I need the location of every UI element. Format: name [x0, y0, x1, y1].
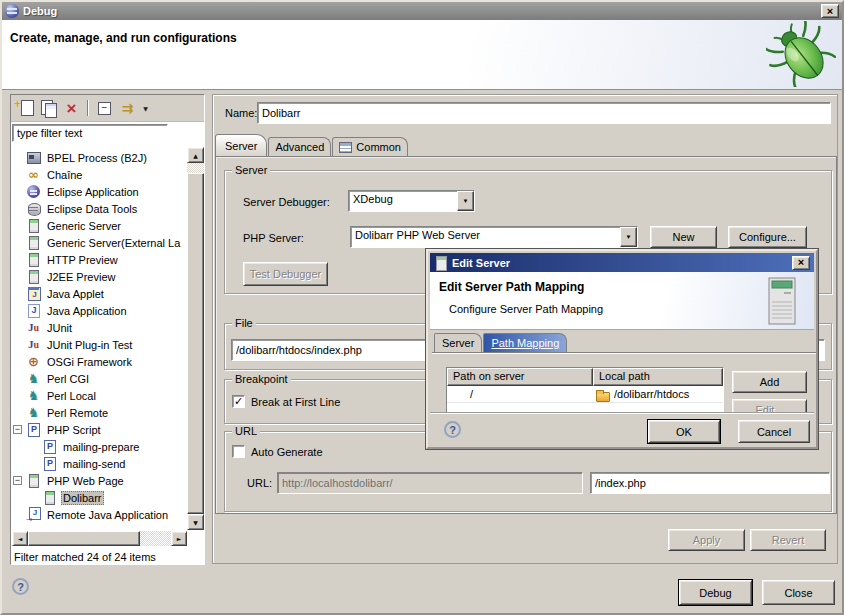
dialog-titlebar: Edit Server ×: [430, 253, 814, 272]
ok-button[interactable]: OK: [648, 420, 720, 443]
tree-expander-icon[interactable]: −: [13, 425, 22, 434]
tree-item-label: Eclipse Data Tools: [45, 203, 139, 215]
mapping-row[interactable]: //dolibarr/htdocs: [447, 386, 723, 403]
tree-item-eclipse-application[interactable]: Eclipse Application: [12, 183, 187, 200]
tree-item-php-web-page[interactable]: −PHP Web Page: [12, 472, 187, 489]
eclipse-application-icon: [26, 184, 41, 199]
tree-horizontal-scrollbar[interactable]: ◄ ►: [12, 531, 187, 546]
java-application-icon: [26, 303, 41, 318]
column-header-local-path[interactable]: Local path: [593, 368, 723, 386]
tree-item-eclipse-data-tools[interactable]: Eclipse Data Tools: [12, 200, 187, 217]
table-icon: [339, 142, 352, 153]
server-debugger-select[interactable]: XDebug ▼: [348, 190, 475, 212]
apply-button[interactable]: Apply: [668, 529, 745, 551]
tree-item-perl-remote[interactable]: Perl Remote: [12, 404, 187, 421]
local-path-text: /dolibarr/htdocs: [614, 388, 689, 400]
tree-item-j2ee-preview[interactable]: J2EE Preview: [12, 268, 187, 285]
php-server-label: PHP Server:: [243, 232, 304, 244]
tree-item-label: Generic Server(External La: [45, 237, 182, 249]
vertical-scroll-thumb[interactable]: [187, 173, 204, 514]
table-body: //dolibarr/htdocs: [447, 386, 723, 403]
tree-item-php-script[interactable]: −PHP Script: [12, 421, 187, 438]
tab-label: Server: [225, 140, 257, 152]
debug-button[interactable]: Debug: [679, 580, 752, 605]
php-server-select[interactable]: Dolibarr PHP Web Server ▼: [350, 226, 638, 248]
tab-label: Advanced: [275, 141, 324, 153]
config-tabs: ServerAdvancedCommon: [215, 134, 409, 156]
tree-item-generic-server[interactable]: Generic Server: [12, 217, 187, 234]
database-icon: [26, 201, 41, 216]
window-close-button[interactable]: ×: [821, 4, 839, 18]
url-path-input[interactable]: [590, 472, 830, 494]
new-config-icon[interactable]: [14, 98, 37, 118]
tree-item-osgi-framework[interactable]: OSGi Framework: [12, 353, 187, 370]
dropdown-arrow-icon[interactable]: [139, 98, 152, 118]
server-debugger-label: Server Debugger:: [243, 196, 330, 208]
scroll-down-button[interactable]: ▼: [187, 514, 204, 530]
collapse-all-icon[interactable]: [93, 98, 116, 118]
filter-input[interactable]: [12, 124, 168, 142]
tree-item-junit-plug-in-test[interactable]: JUnit Plug-in Test: [12, 336, 187, 353]
osgi-icon: [26, 354, 41, 369]
tree-item-mailing-send[interactable]: mailing-send: [12, 455, 187, 472]
edit-server-dialog: Edit Server × Edit Server Path Mapping C…: [426, 249, 818, 449]
tree-item-perl-local[interactable]: Perl Local: [12, 387, 187, 404]
edit-mapping-button[interactable]: Edit...: [732, 399, 807, 412]
test-debugger-button[interactable]: Test Debugger: [243, 262, 328, 286]
file-group-label: File: [232, 317, 256, 329]
column-header-path-on-server[interactable]: Path on server: [447, 368, 593, 386]
tree-item-cha-ne[interactable]: Chaîne: [12, 166, 187, 183]
tree-item-remote-java-application[interactable]: Remote Java Application: [12, 506, 187, 523]
horizontal-scroll-thumb[interactable]: [28, 531, 140, 546]
tab-server[interactable]: Server: [434, 333, 482, 352]
scroll-left-button[interactable]: ◄: [12, 531, 28, 546]
php-icon: [26, 422, 41, 437]
tab-server[interactable]: Server: [215, 134, 267, 156]
tree-item-junit[interactable]: JUnit: [12, 319, 187, 336]
tree-item-label: OSGi Framework: [45, 356, 134, 368]
junit-icon: [26, 320, 41, 335]
tree-item-label: PHP Script: [45, 424, 103, 436]
url-label: URL:: [247, 477, 272, 489]
tab-common[interactable]: Common: [332, 137, 408, 156]
tree-item-mailing-prepare[interactable]: mailing-prepare: [12, 438, 187, 455]
add-mapping-button[interactable]: Add: [732, 371, 807, 393]
help-icon[interactable]: ?: [12, 578, 29, 595]
break-at-first-line-checkbox[interactable]: ✓: [232, 395, 245, 408]
server-debugger-value: XDebug: [349, 191, 457, 211]
tree-item-java-applet[interactable]: Java Applet: [12, 285, 187, 302]
tree-vertical-scrollbar[interactable]: ▲ ▼: [187, 147, 204, 530]
base-url-input: [277, 472, 583, 494]
server-icon: [26, 218, 41, 233]
revert-button[interactable]: Revert: [750, 529, 826, 551]
tree-expander-icon[interactable]: −: [13, 476, 22, 485]
chevron-down-icon[interactable]: ▼: [457, 191, 474, 211]
new-server-button[interactable]: New: [650, 226, 717, 248]
tree-item-bpel-process-b2j[interactable]: BPEL Process (B2J): [12, 149, 187, 166]
tab-advanced[interactable]: Advanced: [268, 137, 331, 156]
tab-label: Server: [442, 337, 474, 349]
server-tower-graphic: [764, 276, 800, 326]
delete-icon[interactable]: [60, 98, 83, 118]
tree-item-dolibarr[interactable]: Dolibarr: [12, 489, 187, 506]
chevron-down-icon[interactable]: ▼: [620, 227, 637, 247]
close-button[interactable]: Close: [762, 580, 835, 605]
tree-item-generic-server-external-la[interactable]: Generic Server(External La: [12, 234, 187, 251]
tree-item-http-preview[interactable]: HTTP Preview: [12, 251, 187, 268]
name-input[interactable]: [257, 102, 831, 124]
filter-icon[interactable]: [116, 98, 139, 118]
scroll-right-button[interactable]: ►: [171, 531, 187, 546]
duplicate-icon[interactable]: [37, 98, 60, 118]
tab-path-mapping[interactable]: Path Mapping: [483, 333, 567, 352]
tree-item-java-application[interactable]: Java Application: [12, 302, 187, 319]
configure-server-button[interactable]: Configure...: [728, 226, 807, 248]
tree-item-label: Remote Java Application: [45, 509, 170, 521]
tree-item-perl-cgi[interactable]: Perl CGI: [12, 370, 187, 387]
tab-label: Path Mapping: [491, 337, 559, 349]
auto-generate-checkbox[interactable]: [232, 445, 245, 458]
scroll-up-button[interactable]: ▲: [187, 147, 204, 163]
cancel-button[interactable]: Cancel: [738, 420, 810, 443]
dialog-help-icon[interactable]: ?: [444, 421, 461, 438]
php-server-value: Dolibarr PHP Web Server: [351, 227, 620, 247]
dialog-close-button[interactable]: ×: [792, 256, 810, 270]
